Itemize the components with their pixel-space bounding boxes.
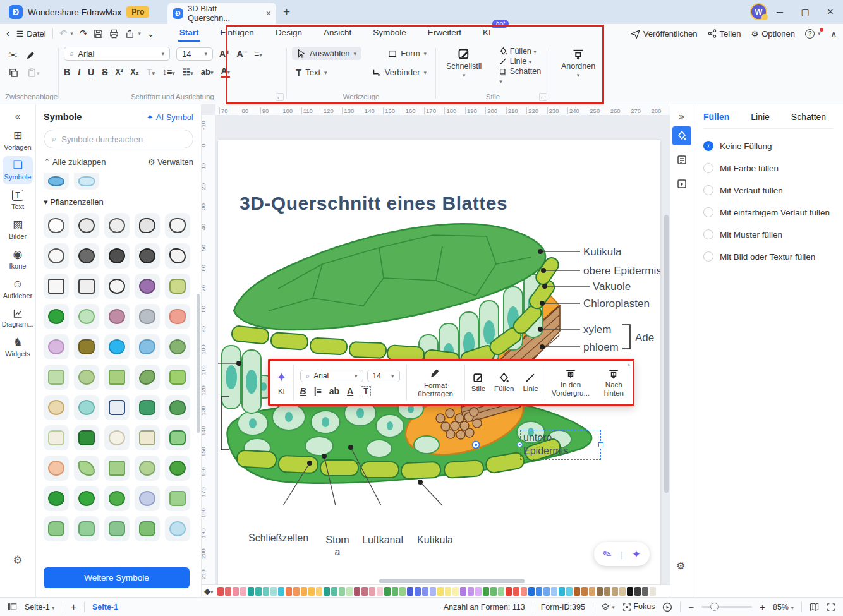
color-swatch[interactable] bbox=[286, 587, 292, 596]
paste-button[interactable]: ▾ bbox=[27, 68, 40, 78]
publish-button[interactable]: Veröffentlichen bbox=[631, 29, 698, 39]
symbol-tile[interactable] bbox=[74, 395, 99, 420]
color-swatch[interactable] bbox=[460, 587, 466, 596]
color-swatch[interactable] bbox=[597, 587, 603, 596]
color-swatch[interactable] bbox=[369, 587, 375, 596]
layers-button[interactable]: ▾ bbox=[601, 602, 615, 612]
symbol-tile[interactable] bbox=[44, 425, 69, 450]
symbol-tile[interactable] bbox=[44, 243, 69, 269]
color-swatch[interactable] bbox=[559, 587, 565, 596]
symbol-tile[interactable] bbox=[44, 334, 69, 359]
label-luftkanal[interactable]: Luftkanal bbox=[362, 534, 403, 546]
focus-toggle[interactable]: Fokus bbox=[622, 602, 655, 612]
options-button[interactable]: ⚙Optionen bbox=[751, 29, 795, 39]
fit-screen-button[interactable] bbox=[827, 602, 835, 612]
fbar-textbox-button[interactable]: T bbox=[361, 386, 370, 396]
bold-button[interactable]: B bbox=[64, 67, 70, 77]
pin-icon[interactable]: ⌖ bbox=[627, 361, 631, 369]
superscript-button[interactable]: X² bbox=[115, 68, 123, 76]
color-swatch[interactable] bbox=[551, 587, 557, 596]
canvas-horizontal-scrollbar[interactable] bbox=[379, 579, 525, 583]
panel-settings-gear-icon[interactable]: ⚙ bbox=[676, 560, 685, 572]
close-tab-icon[interactable]: × bbox=[266, 8, 271, 18]
zoom-level[interactable]: 85% ▾ bbox=[773, 603, 794, 612]
color-swatch[interactable] bbox=[240, 587, 246, 596]
symbol-tile[interactable] bbox=[74, 243, 99, 269]
shadow-button[interactable]: Schatten ▾ bbox=[499, 67, 545, 85]
label-schliesszellen[interactable]: Schließzellen bbox=[248, 533, 308, 544]
sidebar-item-diagramm[interactable]: Diagram... bbox=[3, 305, 33, 332]
color-swatch[interactable] bbox=[301, 587, 307, 596]
fbar-ai-button[interactable]: ✦ KI bbox=[270, 361, 293, 404]
fbar-font-select[interactable]: ⌕Arial▾ bbox=[300, 370, 363, 382]
align-menu[interactable]: ≡▾ bbox=[254, 49, 262, 59]
symbol-tile[interactable] bbox=[74, 213, 99, 238]
label-obere-epidermis[interactable]: obere Epidermis bbox=[583, 265, 660, 277]
color-swatch[interactable] bbox=[468, 587, 474, 596]
color-swatch[interactable] bbox=[581, 587, 588, 596]
color-swatch[interactable] bbox=[589, 587, 595, 596]
tab-ki[interactable]: KIhot bbox=[482, 25, 492, 42]
symbol-tile[interactable] bbox=[135, 304, 160, 329]
line-spacing-button[interactable]: ↕≡▾ bbox=[162, 67, 175, 77]
symbol-tile[interactable] bbox=[74, 516, 99, 541]
line-button[interactable]: Linie ▾ bbox=[499, 57, 545, 66]
color-swatch[interactable] bbox=[255, 587, 262, 596]
back-button[interactable]: ‹ bbox=[6, 27, 10, 40]
sidebar-item-ikone[interactable]: ◉Ikone bbox=[3, 245, 33, 274]
subscript-button[interactable]: X₂ bbox=[130, 68, 138, 76]
fill-button[interactable]: Füllen ▾ bbox=[499, 47, 545, 56]
app-tab[interactable]: Ɖ Wondershare EdrawMax Pro bbox=[0, 0, 158, 24]
color-swatch[interactable] bbox=[263, 587, 269, 596]
symbol-tile[interactable] bbox=[104, 516, 130, 541]
color-swatch[interactable] bbox=[574, 587, 580, 596]
quickstyle-button[interactable]: Schnellstil▾ bbox=[441, 47, 487, 80]
symbol-tile[interactable] bbox=[44, 456, 69, 481]
ai-assistant-pill[interactable]: ✎ | ✦ bbox=[594, 542, 650, 566]
symbol-search-input[interactable]: ⌕ Symbole durchsuchen bbox=[44, 130, 193, 148]
collapse-panel-icon[interactable]: « bbox=[15, 111, 20, 121]
color-swatch[interactable] bbox=[217, 587, 224, 596]
symbol-tile[interactable] bbox=[135, 365, 160, 390]
symbol-tile[interactable] bbox=[44, 365, 69, 390]
color-swatch[interactable] bbox=[361, 587, 368, 596]
color-swatch[interactable] bbox=[233, 587, 239, 596]
avatar[interactable]: W bbox=[750, 3, 767, 20]
collapse-all-button[interactable]: ⌃ Alle zuklappen bbox=[44, 157, 106, 167]
manage-button[interactable]: ⚙ Verwalten bbox=[148, 157, 193, 167]
color-swatch[interactable] bbox=[483, 587, 489, 596]
color-swatch[interactable] bbox=[278, 587, 284, 596]
symbol-tile[interactable] bbox=[165, 304, 190, 329]
color-swatch[interactable] bbox=[415, 587, 421, 596]
page-selector[interactable]: Seite-1 ▾ bbox=[25, 603, 55, 612]
symbol-tile[interactable] bbox=[135, 334, 160, 359]
section-pflanzenzellen[interactable]: ▾ Pflanzenzellen bbox=[44, 197, 193, 207]
sidebar-item-text[interactable]: TText bbox=[3, 186, 33, 214]
more-tools-chevron[interactable]: ⌄ bbox=[147, 29, 154, 39]
symbol-tile[interactable] bbox=[165, 456, 190, 481]
fbar-size-select[interactable]: 14▾ bbox=[367, 370, 400, 382]
color-swatch[interactable] bbox=[528, 587, 535, 596]
color-swatch[interactable] bbox=[384, 587, 391, 596]
symbol-tile[interactable] bbox=[165, 365, 190, 390]
symbol-tile[interactable] bbox=[74, 334, 99, 359]
canvas-vertical-scrollbar[interactable] bbox=[664, 215, 669, 493]
cut-icon[interactable]: ✂ bbox=[9, 49, 17, 61]
text-tool[interactable]: TText▾ bbox=[292, 65, 331, 80]
fbar-align-button[interactable]: |≡ bbox=[314, 386, 322, 396]
sidebar-item-bilder[interactable]: ▨Bilder bbox=[3, 215, 33, 244]
color-swatch[interactable] bbox=[377, 587, 383, 596]
underline-button[interactable]: U bbox=[88, 67, 94, 77]
color-swatch[interactable] bbox=[498, 587, 504, 596]
symbol-tile[interactable] bbox=[44, 274, 69, 299]
tab-ansicht[interactable]: Ansicht bbox=[322, 25, 353, 42]
fbar-line-button[interactable]: Linie bbox=[523, 373, 538, 393]
symbol-tile[interactable] bbox=[74, 274, 99, 299]
font-dialog-launcher[interactable]: ⌐ bbox=[276, 93, 284, 101]
symbol-tile[interactable] bbox=[135, 243, 160, 269]
color-swatch[interactable] bbox=[422, 587, 428, 596]
label-kutikula[interactable]: Kutikula bbox=[583, 246, 622, 258]
label-phloem[interactable]: phloem bbox=[583, 341, 619, 353]
color-swatch[interactable] bbox=[399, 587, 406, 596]
symbol-tile[interactable] bbox=[104, 456, 130, 481]
